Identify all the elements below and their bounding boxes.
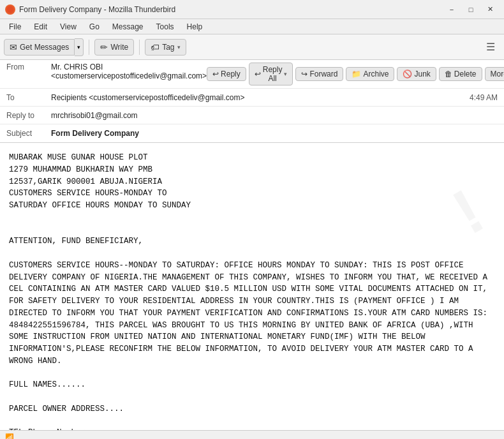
tag-icon: 🏷 (151, 42, 159, 52)
titlebar-left: Form Delivery Company - Mozilla Thunderb… (5, 4, 175, 15)
menu-edit[interactable]: Edit (29, 21, 52, 33)
tag-label: Tag (162, 43, 174, 52)
write-label: Write (110, 43, 128, 52)
junk-icon: 🚫 (403, 70, 412, 78)
menu-message[interactable]: Message (107, 21, 149, 33)
delete-icon: 🗑 (445, 70, 452, 78)
email-actions: ↩ Reply ↩ Reply All ▾ ↪ Forward 📁 Archiv… (207, 63, 504, 86)
separator-1 (89, 40, 89, 55)
archive-label: Archive (363, 70, 389, 78)
timestamp: 4:49 AM (470, 93, 498, 102)
archive-button[interactable]: 📁 Archive (346, 67, 394, 81)
subject-row: Subject Form Delivery Company (0, 124, 504, 142)
to-value: Recipients <customerservicepostofficedel… (51, 93, 470, 102)
get-messages-group: ✉ Get Messages ▾ (4, 38, 84, 56)
reply-button[interactable]: ↩ Reply (207, 67, 246, 81)
envelope-icon: ✉ (10, 42, 17, 52)
email-body: ! MUBARAK MUSE GUNAR HOUSE PLOT 1279 MUH… (0, 143, 504, 430)
junk-button[interactable]: 🚫 Junk (397, 67, 436, 81)
titlebar: Form Delivery Company - Mozilla Thunderb… (0, 0, 504, 19)
separator-2 (139, 40, 140, 55)
tag-button[interactable]: 🏷 Tag ▾ (145, 39, 186, 56)
statusbar: 📶 (0, 430, 504, 439)
to-label: To (6, 93, 51, 102)
reply-icon: ↩ (212, 70, 219, 78)
reply-all-label: Reply All (263, 65, 283, 83)
menu-file[interactable]: File (4, 21, 26, 33)
to-row: To Recipients <customerservicepostoffice… (0, 89, 504, 107)
reply-label: Reply (221, 70, 241, 78)
toolbar: ✉ Get Messages ▾ ✏ Write 🏷 Tag ▾ ☰ (0, 34, 504, 60)
close-button[interactable]: ✕ (481, 3, 499, 17)
get-messages-dropdown[interactable]: ▾ (75, 38, 84, 56)
reply-to-row: Reply to mrchrisobi01@gmail.com (0, 107, 504, 124)
maximize-button[interactable]: □ (462, 3, 480, 17)
from-row: From Mr. CHRIS OBI <customerserviceposto… (0, 60, 504, 89)
window-controls: − □ ✕ (443, 3, 499, 17)
window-title: Form Delivery Company - Mozilla Thunderb… (19, 5, 175, 14)
menu-help[interactable]: Help (182, 21, 208, 33)
from-label: From (6, 63, 51, 71)
menu-go[interactable]: Go (84, 21, 105, 33)
junk-label: Junk (414, 70, 430, 78)
tag-arrow: ▾ (177, 44, 181, 50)
forward-button[interactable]: ↪ Forward (295, 67, 343, 81)
delete-label: Delete (454, 70, 477, 78)
reply-to-label: Reply to (6, 111, 51, 120)
reply-to-value: mrchrisobi01@gmail.com (51, 111, 498, 120)
menu-view[interactable]: View (55, 21, 82, 33)
subject-value: Form Delivery Company (51, 129, 498, 138)
more-label: More (491, 70, 504, 78)
minimize-button[interactable]: − (443, 3, 461, 17)
more-button[interactable]: More ▾ (485, 67, 504, 81)
menubar: File Edit View Go Message Tools Help (0, 19, 504, 34)
hamburger-button[interactable]: ☰ (481, 38, 500, 56)
delete-button[interactable]: 🗑 Delete (439, 67, 482, 81)
write-button[interactable]: ✏ Write (94, 39, 134, 56)
reply-all-button[interactable]: ↩ Reply All ▾ (249, 63, 293, 86)
subject-label: Subject (6, 129, 51, 138)
forward-label: Forward (309, 70, 337, 78)
reply-all-arrow: ▾ (284, 71, 287, 77)
get-messages-label: Get Messages (20, 43, 69, 52)
email-body-text: MUBARAK MUSE GUNAR HOUSE PLOT 1279 MUHAM… (9, 152, 495, 430)
write-icon: ✏ (100, 42, 108, 52)
archive-icon: 📁 (352, 70, 361, 78)
email-header: From Mr. CHRIS OBI <customerserviceposto… (0, 60, 504, 143)
app-icon (5, 4, 15, 15)
menu-tools[interactable]: Tools (151, 21, 179, 33)
status-icon: 📶 (5, 433, 14, 439)
get-messages-button[interactable]: ✉ Get Messages (4, 39, 75, 56)
forward-icon: ↪ (301, 70, 308, 78)
from-value: Mr. CHRIS OBI <customerservicepostoffice… (51, 63, 207, 80)
reply-all-icon: ↩ (255, 70, 261, 78)
